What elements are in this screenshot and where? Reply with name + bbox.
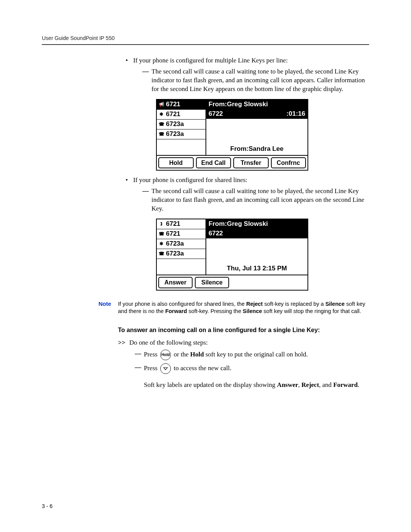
- line-label: 6721: [166, 220, 180, 228]
- caller-row: From:Sandra Lee: [206, 144, 307, 155]
- bullet-item: If your phone is configured for shared l…: [126, 176, 369, 290]
- page-number: 3 - 6: [42, 503, 53, 509]
- note-text: If your phone is also configured for sha…: [118, 300, 369, 315]
- caller-text: From:Sandra Lee: [230, 145, 284, 152]
- softkey-row: Answer Silence: [157, 275, 307, 290]
- sub-list: The second call will cause a call waitin…: [133, 187, 369, 213]
- phone-screen-1: 📢 6721 ✱ 6721 ☎ 6723a: [156, 99, 308, 171]
- phone-screen-2: 🕽 6721 ☎ 6721 ✱ 6723a: [156, 219, 308, 291]
- bullet-item: If your phone is configured for multiple…: [126, 56, 369, 171]
- line-label: 6723a: [166, 130, 184, 139]
- datetime-text: Thu, Jul 13 2:15 PM: [227, 265, 287, 272]
- line-key: ☎ 6721: [157, 229, 206, 239]
- line-column: 🕽 6721 ☎ 6721 ✱ 6723a: [157, 219, 206, 275]
- down-arrow-button-icon: [160, 363, 171, 374]
- phone-icon: ☎: [158, 251, 164, 256]
- number-text: 6722: [209, 110, 223, 118]
- step-text: ,: [298, 381, 302, 388]
- phone-icon: ☎: [158, 131, 164, 137]
- number-row: 6722: [206, 229, 307, 238]
- page-header: User Guide SoundPoint IP 550: [42, 34, 369, 45]
- line-label: 6723a: [166, 249, 184, 258]
- ring-icon: ✱: [158, 112, 164, 117]
- phone-icon: ☎: [158, 232, 164, 237]
- hold-bold: Hold: [190, 351, 204, 358]
- softkey-conference: Confrnc: [271, 157, 306, 169]
- line-label: 6723a: [166, 120, 184, 129]
- line-label: 6721: [166, 100, 180, 109]
- screen-body: 📢 6721 ✱ 6721 ☎ 6723a: [157, 100, 307, 155]
- softkey-answer: Answer: [158, 277, 193, 288]
- line-empty: [157, 139, 206, 155]
- number-text: 6722: [209, 229, 223, 238]
- main-column: From:Greg Slowski 6722 :01:16 From:Sandr…: [206, 100, 307, 155]
- step-text: .: [358, 381, 359, 388]
- softkey-endcall: End Call: [196, 157, 231, 169]
- line-key: ☎ 6723a: [157, 129, 206, 139]
- line-label: 6721: [166, 110, 180, 119]
- note-part: If your phone is also configured for sha…: [118, 301, 246, 307]
- line-key: ☎ 6723a: [157, 249, 206, 259]
- step-prefix: >>: [118, 339, 125, 346]
- main-column: From:Greg Slowski 6722 Thu, Jul 13 2:15 …: [206, 219, 307, 275]
- step-followup: Soft key labels are updated on the displ…: [144, 381, 369, 390]
- line-key-active: 📢 6721: [157, 100, 206, 110]
- note-forward: Forward: [165, 308, 187, 314]
- bullet-text: If your phone is configured for multiple…: [133, 57, 288, 64]
- softkey-hold: Hold: [158, 157, 194, 169]
- main-content: If your phone is configured for multiple…: [118, 56, 369, 390]
- sub-text: The second call will cause a call waitin…: [151, 68, 365, 93]
- handset-icon: 🕽: [158, 222, 164, 227]
- step-list: Press Hold or the Hold soft key to put t…: [118, 350, 369, 390]
- line-label: 6721: [166, 230, 180, 238]
- line-key: ✱ 6721: [157, 110, 206, 120]
- note-part: soft-key is replaced by a: [263, 301, 325, 307]
- number-row: 6722 :01:16: [206, 109, 307, 119]
- note-part: soft key will stop the ringing for that …: [262, 308, 361, 314]
- note-silence: Silence: [325, 301, 345, 307]
- timer-text: :01:16: [287, 110, 305, 118]
- line-column: 📢 6721 ✱ 6721 ☎ 6723a: [157, 100, 206, 155]
- datetime-row: Thu, Jul 13 2:15 PM: [206, 264, 307, 275]
- screen-body: 🕽 6721 ☎ 6721 ✱ 6723a: [157, 219, 307, 275]
- page-footer: 3 - 6: [42, 503, 53, 509]
- sub-text: The second call will cause a call waitin…: [151, 187, 364, 212]
- step-text: soft key to put the original call on hol…: [204, 351, 308, 358]
- speaker-icon: 📢: [158, 102, 164, 107]
- step-text: Press: [144, 351, 159, 358]
- line-label: 6723a: [166, 240, 184, 248]
- header-title: User Guide SoundPoint IP 550: [42, 35, 115, 41]
- softkey-silence: Silence: [195, 277, 229, 288]
- step-intro: >> Do one of the following steps:: [118, 339, 369, 347]
- from-text: From:Greg Slowski: [209, 220, 268, 228]
- note-part: soft-key. Pressing the: [187, 308, 242, 314]
- sub-item: The second call will cause a call waitin…: [142, 67, 369, 94]
- line-empty: [157, 259, 206, 275]
- note-label: Note: [88, 300, 118, 315]
- step-text: Press: [144, 364, 159, 372]
- forward-bold: Forward: [333, 381, 358, 388]
- softkey-transfer: Trnsfer: [233, 157, 269, 169]
- reject-bold: Reject: [301, 381, 319, 388]
- from-row: From:Greg Slowski: [206, 219, 307, 229]
- document-page: User Guide SoundPoint IP 550 If your pho…: [0, 0, 411, 415]
- note-reject: Reject: [246, 301, 263, 307]
- from-text: From:Greg Slowski: [209, 100, 268, 109]
- line-key: 🕽 6721: [157, 219, 206, 229]
- from-row: From:Greg Slowski: [206, 100, 307, 109]
- step-text: or the: [172, 351, 190, 358]
- line-key: ✱ 6723a: [157, 239, 206, 249]
- step-text: Soft key labels are updated on the displ…: [144, 381, 277, 388]
- note-block: Note If your phone is also configured fo…: [88, 300, 369, 315]
- sub-list: The second call will cause a call waitin…: [133, 67, 369, 94]
- answer-bold: Answer: [277, 381, 298, 388]
- subheading: To answer an incoming call on a line con…: [118, 327, 369, 334]
- step-item: Press to access the new call. Soft key l…: [135, 363, 369, 390]
- softkey-row: Hold End Call Trnsfer Confrnc: [157, 155, 307, 170]
- step-text: to access the new call.: [172, 364, 231, 372]
- bullet-text: If your phone is configured for shared l…: [133, 176, 247, 184]
- note-silence2: Silence: [243, 308, 262, 314]
- ring-icon: ✱: [158, 241, 164, 246]
- sub-item: The second call will cause a call waitin…: [142, 187, 369, 213]
- hold-button-icon: Hold: [160, 350, 171, 360]
